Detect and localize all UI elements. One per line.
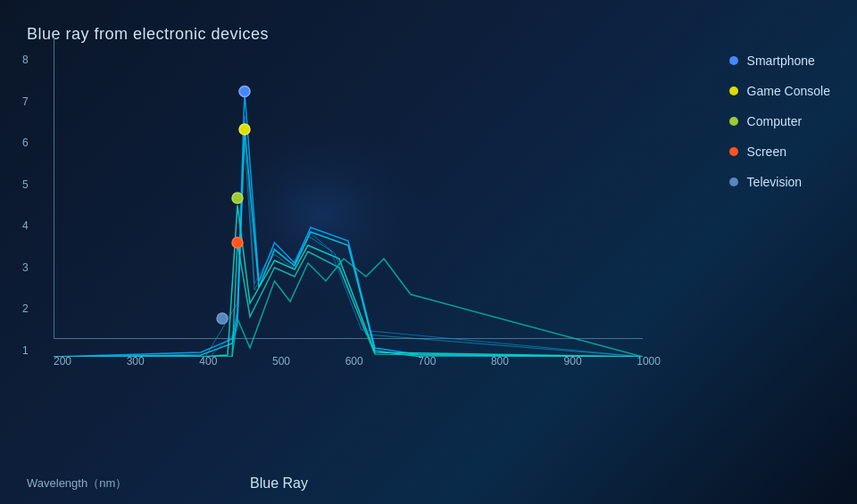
x-label-800: 800 bbox=[491, 355, 509, 368]
blue-ray-label: Blue Ray bbox=[250, 475, 308, 492]
legend-item-screen: Screen bbox=[729, 145, 830, 159]
legend-label-screen: Screen bbox=[747, 145, 786, 159]
chart-title: Blue ray from electronic devices bbox=[27, 25, 269, 44]
svg-point-5 bbox=[217, 313, 228, 324]
x-label-200: 200 bbox=[54, 355, 71, 368]
x-label-1000: 1000 bbox=[637, 355, 661, 368]
svg-point-1 bbox=[239, 87, 250, 97]
legend-label-smartphone: Smartphone bbox=[747, 54, 815, 68]
legend-item-television: Television bbox=[729, 175, 830, 189]
legend-dot-television bbox=[729, 178, 738, 186]
svg-point-3 bbox=[232, 193, 243, 203]
x-label-600: 600 bbox=[345, 355, 363, 368]
legend-label-game-console: Game Console bbox=[747, 84, 830, 98]
legend-label-television: Television bbox=[747, 175, 802, 189]
wavelength-label: Wavelength（nm） bbox=[27, 475, 127, 492]
y-axis-labels: 8 7 6 5 4 3 2 1 bbox=[22, 54, 29, 357]
chart-svg bbox=[54, 54, 643, 357]
legend-item-game-console: Game Console bbox=[729, 84, 830, 98]
x-label-500: 500 bbox=[272, 355, 290, 368]
legend-dot-smartphone bbox=[729, 56, 738, 65]
svg-point-2 bbox=[239, 124, 250, 135]
legend-dot-computer bbox=[729, 117, 738, 126]
legend: Smartphone Game Console Computer Screen … bbox=[729, 54, 830, 189]
y-label-3: 3 bbox=[22, 261, 29, 274]
y-label-5: 5 bbox=[22, 178, 29, 191]
legend-label-computer: Computer bbox=[747, 114, 802, 128]
y-label-1: 1 bbox=[22, 344, 29, 357]
svg-point-0 bbox=[187, 107, 455, 321]
x-label-400: 400 bbox=[199, 355, 217, 368]
y-label-4: 4 bbox=[22, 219, 29, 232]
svg-point-4 bbox=[232, 237, 243, 248]
legend-item-smartphone: Smartphone bbox=[729, 54, 830, 68]
legend-dot-screen bbox=[729, 147, 738, 156]
x-label-900: 900 bbox=[564, 355, 582, 368]
y-label-7: 7 bbox=[22, 95, 29, 108]
y-label-6: 6 bbox=[22, 136, 29, 149]
chart-area: 8 7 6 5 4 3 2 1 200 300 400 500 600 700 … bbox=[54, 54, 661, 392]
x-label-300: 300 bbox=[127, 355, 145, 368]
y-label-2: 2 bbox=[22, 302, 29, 315]
legend-dot-game-console bbox=[729, 87, 738, 95]
x-axis-labels: 200 300 400 500 600 700 800 900 1000 bbox=[54, 355, 661, 368]
y-label-8: 8 bbox=[22, 54, 29, 66]
x-label-700: 700 bbox=[418, 355, 436, 368]
legend-item-computer: Computer bbox=[729, 114, 830, 128]
